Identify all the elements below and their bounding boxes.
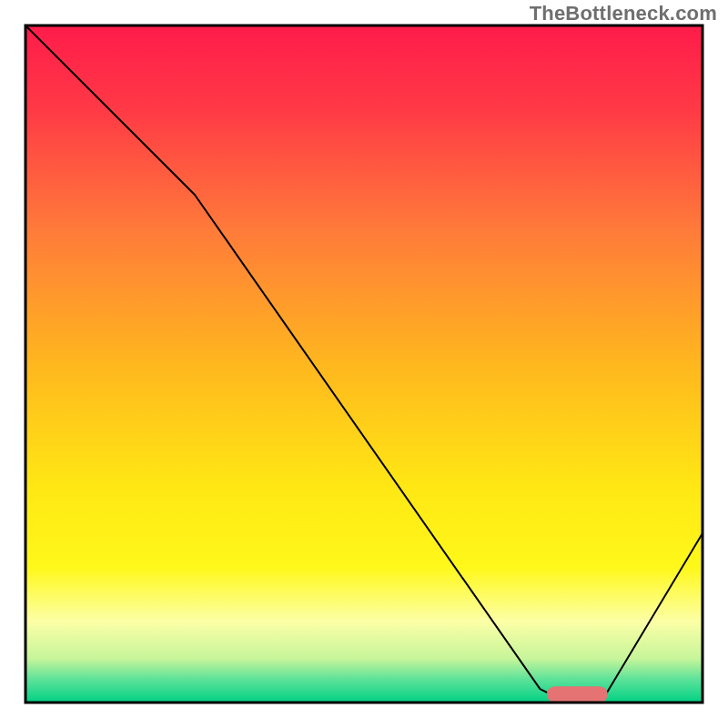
chart-svg	[0, 0, 728, 728]
flat-segment-marker	[547, 686, 608, 703]
bottleneck-chart: TheBottleneck.com	[0, 0, 728, 728]
attribution-label: TheBottleneck.com	[530, 2, 717, 25]
